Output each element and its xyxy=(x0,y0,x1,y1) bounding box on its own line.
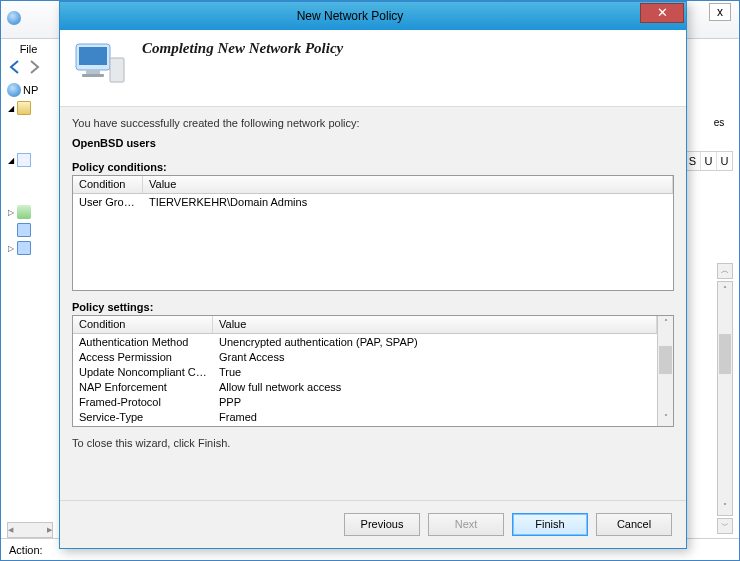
cell-condition: Framed-Protocol xyxy=(73,395,213,410)
table-row[interactable]: Update Noncompliant ClientsTrue xyxy=(73,365,657,380)
scroll-down-icon[interactable]: ˅ xyxy=(718,499,732,515)
cell-value: Grant Access xyxy=(213,350,657,365)
cell-condition: Service-Type xyxy=(73,410,213,425)
col-u: U xyxy=(700,152,716,170)
dialog-body: Completing New Network Policy You have s… xyxy=(60,30,686,500)
cell-condition: Update Noncompliant Clients xyxy=(73,365,213,380)
globe-icon xyxy=(7,83,21,97)
dialog-close-button[interactable]: ✕ xyxy=(640,3,684,23)
scroll-up-icon[interactable]: ︿ xyxy=(717,263,733,279)
dialog-title: New Network Policy xyxy=(60,9,640,23)
col-condition[interactable]: Condition xyxy=(73,316,213,333)
table-row[interactable]: Framed-ProtocolPPP xyxy=(73,395,657,410)
previous-button[interactable]: Previous xyxy=(344,513,420,536)
policy-name: OpenBSD users xyxy=(72,137,674,149)
settings-header: Condition Value xyxy=(73,316,657,334)
svg-rect-4 xyxy=(110,58,124,82)
cell-value: TIERVERKEHR\Domain Admins xyxy=(143,195,673,210)
table-row[interactable]: Access PermissionGrant Access xyxy=(73,350,657,365)
bg-list-columns: S U U xyxy=(683,151,733,171)
finish-button[interactable]: Finish xyxy=(512,513,588,536)
scroll-thumb[interactable] xyxy=(719,334,731,374)
wizard-header: Completing New Network Policy xyxy=(60,30,686,107)
mmc-window: x File NP ◢ ◢ ▷ ▷ es S U U ︿ ˄ ˅ ﹀ ◀▶ Ac… xyxy=(0,0,740,561)
cell-value: Unencrypted authentication (PAP, SPAP) xyxy=(213,335,657,350)
accounting-icon xyxy=(17,223,31,237)
svg-rect-1 xyxy=(79,47,107,65)
table-row[interactable]: Service-TypeFramed xyxy=(73,410,657,425)
bg-hscroll[interactable]: ◀▶ xyxy=(7,522,53,538)
settings-label: Policy settings: xyxy=(72,301,674,313)
dialog-titlebar[interactable]: New Network Policy ✕ xyxy=(60,2,686,30)
settings-table[interactable]: ˄ ˅ Condition Value Authentication Metho… xyxy=(72,315,674,427)
scroll-thumb[interactable] xyxy=(659,346,672,374)
col-u2: U xyxy=(716,152,732,170)
bg-close-button[interactable]: x xyxy=(709,3,731,21)
intro-text: You have successfully created the follow… xyxy=(72,117,674,129)
wizard-heading: Completing New Network Policy xyxy=(142,40,343,57)
nap-icon xyxy=(17,205,31,219)
bg-header-fragment: es xyxy=(707,117,731,128)
app-icon xyxy=(7,11,21,25)
forward-icon[interactable] xyxy=(26,59,44,75)
nav-tree[interactable]: NP ◢ ◢ ▷ ▷ xyxy=(7,81,53,257)
conditions-label: Policy conditions: xyxy=(72,161,674,173)
cell-condition: Authentication Method xyxy=(73,335,213,350)
table-row[interactable]: NAP EnforcementAllow full network access xyxy=(73,380,657,395)
cell-condition: NAP Enforcement xyxy=(73,380,213,395)
expand-icon[interactable]: ◢ xyxy=(7,104,15,113)
bg-vscroll[interactable]: ˄ ˅ xyxy=(717,281,733,516)
table-row[interactable]: Authentication MethodUnencrypted authent… xyxy=(73,335,657,350)
back-icon[interactable] xyxy=(7,59,25,75)
cancel-button[interactable]: Cancel xyxy=(596,513,672,536)
col-condition[interactable]: Condition xyxy=(73,176,143,193)
cell-value: PPP xyxy=(213,395,657,410)
scroll-down-icon[interactable]: ˅ xyxy=(658,411,673,426)
policies-icon xyxy=(17,153,31,167)
close-note: To close this wizard, click Finish. xyxy=(72,437,674,449)
cell-value: Framed xyxy=(213,410,657,425)
tree-root-label: NP xyxy=(23,84,38,96)
svg-rect-2 xyxy=(86,70,100,74)
folder-icon xyxy=(17,101,31,115)
conditions-table[interactable]: Condition Value User GroupsTIERVERKEHR\D… xyxy=(72,175,674,291)
cell-value: True xyxy=(213,365,657,380)
dialog-footer: Previous Next Finish Cancel xyxy=(60,500,686,548)
expand-icon[interactable]: ◢ xyxy=(7,156,15,165)
cell-condition: User Groups xyxy=(73,195,143,210)
settings-scrollbar[interactable]: ˄ ˅ xyxy=(657,316,673,426)
nav-arrows xyxy=(7,59,42,77)
expand-icon[interactable]: ▷ xyxy=(7,244,15,253)
cell-value: Allow full network access xyxy=(213,380,657,395)
scroll-down-icon[interactable]: ﹀ xyxy=(717,518,733,534)
scroll-up-icon[interactable]: ˄ xyxy=(658,316,673,331)
wizard-monitor-icon xyxy=(72,40,130,88)
svg-rect-3 xyxy=(82,74,104,77)
next-button: Next xyxy=(428,513,504,536)
menu-file[interactable]: File xyxy=(1,39,56,59)
cell-condition: Access Permission xyxy=(73,350,213,365)
expand-icon[interactable]: ▷ xyxy=(7,208,15,217)
conditions-header: Condition Value xyxy=(73,176,673,194)
table-row[interactable]: User GroupsTIERVERKEHR\Domain Admins xyxy=(73,195,673,210)
scroll-up-icon[interactable]: ˄ xyxy=(718,282,732,298)
col-value[interactable]: Value xyxy=(213,316,657,333)
col-value[interactable]: Value xyxy=(143,176,673,193)
new-network-policy-wizard: New Network Policy ✕ Completing New Netw… xyxy=(59,1,687,549)
templates-icon xyxy=(17,241,31,255)
